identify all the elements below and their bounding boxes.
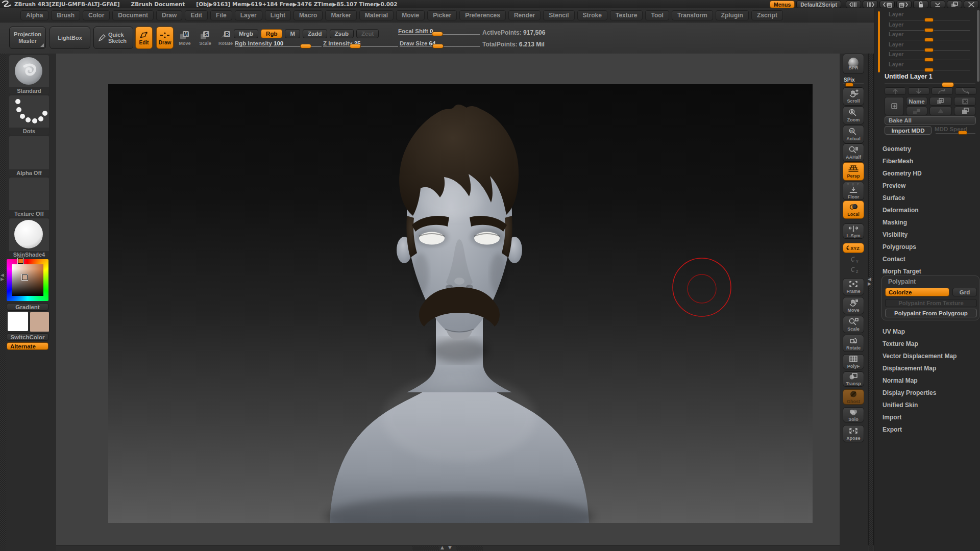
section-polygroups[interactable]: Polygroups — [883, 242, 977, 252]
menu-document[interactable]: Document — [112, 10, 154, 20]
floor-button[interactable]: x y zFloor — [843, 182, 864, 200]
bake-all-button[interactable]: Bake All — [885, 116, 976, 124]
move-mode-button[interactable]: M Move — [177, 28, 192, 48]
section-texture-map[interactable]: Texture Map — [883, 339, 977, 349]
section-unified-skin[interactable]: Unified Skin — [883, 400, 977, 410]
section-surface[interactable]: Surface — [883, 193, 977, 203]
menu-draw[interactable]: Draw — [156, 10, 182, 20]
menu-edit[interactable]: Edit — [185, 10, 208, 20]
copy-layer-button[interactable] — [954, 107, 976, 115]
scroll-button[interactable]: Scroll — [843, 87, 864, 106]
menu-light[interactable]: Light — [265, 10, 291, 20]
section-vector-displacement-map[interactable]: Vector Displacement Map — [883, 351, 977, 361]
draw-size-slider[interactable]: Draw Size 64 — [400, 38, 480, 48]
rotate-button[interactable]: Rotate — [843, 335, 864, 352]
rgb-intensity-slider[interactable]: Rgb Intensity 100 — [235, 38, 322, 48]
scale-mode-button[interactable]: S Scale — [198, 28, 213, 48]
layer-row[interactable]: Layer — [889, 21, 955, 31]
local-button[interactable]: Local — [843, 201, 864, 219]
rotate-y-button[interactable]: Y — [843, 255, 864, 264]
color-selector[interactable] — [22, 274, 28, 280]
rotate-mode-button[interactable]: R Rotate — [218, 28, 233, 48]
panel-collapse-arrows-icon[interactable]: ◀▶ — [868, 277, 871, 286]
polypaint-header[interactable]: Polypaint — [888, 278, 916, 285]
active-layer-name[interactable]: Untitled Layer 1 — [885, 73, 933, 80]
polypaint-from-texture-button[interactable]: Polypaint From Texture — [885, 299, 977, 307]
move-button[interactable]: Move — [843, 297, 864, 314]
scroll-bars-left-button[interactable] — [846, 1, 861, 8]
thumbnail-texture-off[interactable]: Texture Off — [9, 177, 50, 218]
document-canvas[interactable] — [108, 84, 813, 523]
divider-down-arrow-icon[interactable]: ▼ — [448, 545, 452, 550]
right-tray-grip[interactable]: ◀▶ — [868, 54, 874, 551]
section-import[interactable]: Import — [883, 412, 977, 422]
bpr-button[interactable]: BPR — [843, 54, 864, 74]
lightbox-button[interactable]: LightBox — [50, 27, 90, 49]
section-geometry-hd[interactable]: Geometry HD — [883, 168, 977, 179]
polypaint-from-polygroup-button[interactable]: Polypaint From Polygroup — [885, 309, 977, 317]
menu-movie[interactable]: Movie — [396, 10, 425, 20]
color-picker[interactable] — [7, 259, 48, 301]
menu-render[interactable]: Render — [508, 10, 541, 20]
hue-selector[interactable] — [18, 258, 23, 264]
polyf-button[interactable]: PolyF — [843, 354, 864, 369]
paint-mode-rgb[interactable]: Rgb — [261, 29, 282, 38]
ghost-button[interactable]: Ghost — [843, 389, 864, 405]
menu-marker[interactable]: Marker — [325, 10, 356, 20]
merge-down-button[interactable] — [906, 107, 927, 115]
layer-row[interactable]: Layer — [889, 11, 955, 21]
projection-master-button[interactable]: Projection Master — [9, 27, 46, 49]
section-geometry[interactable]: Geometry — [883, 144, 977, 154]
secondary-color-swatch[interactable] — [30, 312, 50, 332]
section-display-properties[interactable]: Display Properties — [883, 388, 977, 398]
section-visibility[interactable]: Visibility — [883, 230, 977, 240]
persp-button[interactable]: Persp — [843, 162, 864, 181]
menu-zplugin[interactable]: Zplugin — [716, 10, 749, 20]
delete-layer-button[interactable] — [954, 97, 976, 106]
edit-mode-button[interactable]: Edit — [135, 27, 153, 49]
solo-button[interactable]: Solo — [843, 407, 864, 422]
menu-picker[interactable]: Picker — [427, 10, 457, 20]
minimize-button[interactable] — [930, 1, 945, 8]
left-tray-grip[interactable] — [0, 54, 6, 551]
scroll-bars-right-button[interactable] — [863, 1, 878, 8]
quick-sketch-button[interactable]: Quick Sketch — [93, 27, 133, 49]
aahalf-button[interactable]: AAHalf — [843, 143, 864, 162]
spix-button[interactable]: SPix — [843, 76, 864, 86]
paint-mode-mrgb[interactable]: Mrgb — [234, 29, 258, 38]
palette-right-button[interactable] — [896, 1, 912, 8]
thumbnail-alpha-off[interactable]: Alpha Off — [9, 135, 50, 177]
thumbnail-skinshade4[interactable]: SkinShade4 — [9, 218, 50, 259]
section-contact[interactable]: Contact — [883, 254, 977, 264]
name-button[interactable]: Name — [906, 97, 927, 106]
menu-transform[interactable]: Transform — [672, 10, 713, 20]
tray-collapse-arrows-icon[interactable]: ◀▶ — [1, 273, 4, 281]
restore-button[interactable] — [947, 1, 962, 8]
menu-macro[interactable]: Macro — [293, 10, 323, 20]
active-layer-slider[interactable] — [885, 82, 975, 86]
duplicate-layer-button[interactable] — [929, 97, 952, 106]
xyz-button[interactable]: XYZ — [843, 243, 864, 253]
branch-button[interactable] — [955, 87, 976, 95]
transp-button[interactable]: Transp — [843, 371, 864, 387]
panel-scrollbar[interactable] — [977, 10, 979, 82]
saturation-square[interactable] — [12, 264, 43, 296]
menu-color[interactable]: Color — [83, 10, 110, 20]
section-displacement-map[interactable]: Displacement Map — [883, 363, 977, 373]
close-button[interactable] — [964, 1, 979, 8]
paint-mode-m[interactable]: M — [285, 29, 300, 38]
zoom-button[interactable]: Zoom — [843, 106, 864, 124]
mdd-speed-slider[interactable]: MDD Speed — [935, 126, 976, 135]
import-mdd-button[interactable]: Import MDD — [885, 126, 932, 135]
menu-texture[interactable]: Texture — [610, 10, 643, 20]
layer-row[interactable]: Layer — [889, 51, 955, 61]
divider-up-arrow-icon[interactable]: ▲ — [440, 545, 444, 550]
gradient-button[interactable]: Gradient — [7, 303, 48, 311]
z-intensity-slider[interactable]: Z Intensity 25 — [323, 38, 398, 48]
default-zscript-button[interactable]: DefaultZScript — [796, 1, 841, 8]
redo-button[interactable] — [932, 87, 953, 95]
menu-file[interactable]: File — [210, 10, 232, 20]
alternate-button[interactable]: Alternate — [7, 342, 48, 350]
menu-stroke[interactable]: Stroke — [577, 10, 607, 20]
arrow-down-button[interactable] — [908, 87, 929, 95]
